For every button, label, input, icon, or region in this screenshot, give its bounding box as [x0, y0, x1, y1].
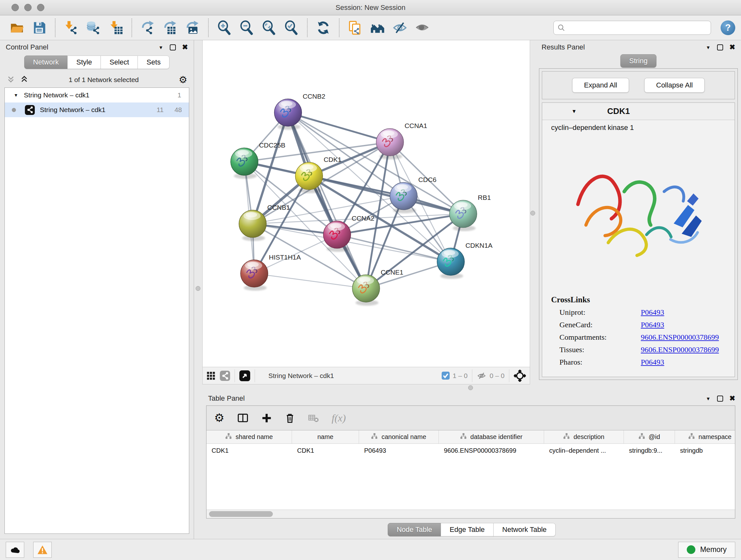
warning-icon[interactable] — [33, 542, 52, 558]
column-header-shared-name[interactable]: shared name — [206, 430, 292, 443]
column-header-name[interactable]: name — [292, 430, 359, 443]
refresh-layout-icon[interactable] — [314, 19, 332, 37]
table-options-gear-icon[interactable]: ⚙ — [214, 412, 224, 424]
hide-selected-eye-slash-icon[interactable] — [391, 19, 409, 37]
network-node-HIST1H1A[interactable]: HIST1H1A — [241, 253, 301, 291]
network-canvas[interactable]: CCNB2 CCNA1 CDC25B CDK1 CDC6 — [203, 40, 530, 367]
right-splitter[interactable] — [530, 40, 536, 384]
network-row[interactable]: String Network – cdk1 1148 — [5, 103, 189, 117]
tab-string[interactable]: String — [620, 54, 657, 68]
network-share-icon[interactable] — [220, 371, 230, 381]
node-label: RB1 — [478, 194, 491, 201]
hierarchy-icon — [225, 433, 232, 441]
double-house-icon[interactable] — [368, 19, 387, 37]
table-minimize-icon[interactable]: ▼ — [706, 396, 711, 401]
zoom-fit-icon[interactable] — [260, 19, 278, 37]
network-node-CDKN1A[interactable]: CDKN1A — [437, 242, 493, 279]
tab-node-table[interactable]: Node Table — [388, 523, 441, 537]
column-header-description[interactable]: description — [544, 430, 624, 443]
tab-sets[interactable]: Sets — [138, 56, 170, 69]
import-table-file-icon[interactable] — [107, 19, 125, 37]
column-header-canonical-name[interactable]: canonical name — [359, 430, 439, 443]
column-header--id[interactable]: @id — [624, 430, 675, 443]
network-edge[interactable] — [254, 273, 366, 289]
crosslink-link[interactable]: 9606.ENSP00000378699 — [641, 333, 719, 341]
delete-column-trash-icon[interactable] — [285, 413, 295, 423]
table-float-icon[interactable] — [717, 395, 723, 401]
left-splitter[interactable] — [194, 40, 202, 539]
hierarchy-icon — [638, 433, 645, 441]
export-table-icon[interactable] — [161, 19, 179, 37]
left-splitter-handle[interactable] — [196, 286, 200, 291]
search-box[interactable] — [553, 21, 711, 35]
panel-close-icon[interactable]: ✖ — [182, 44, 188, 51]
crosshair-icon[interactable] — [514, 370, 526, 382]
column-header-database-identifier[interactable]: database identifier — [439, 430, 544, 443]
table-horizontal-scrollbar[interactable] — [206, 509, 735, 518]
tab-style[interactable]: Style — [67, 56, 101, 69]
show-all-eye-icon[interactable] — [413, 19, 431, 37]
hidden-items-indicator[interactable]: 0 – 0 — [477, 371, 504, 381]
network-edge[interactable] — [288, 113, 366, 289]
table-close-icon[interactable]: ✖ — [730, 395, 735, 402]
results-float-icon[interactable] — [717, 44, 723, 51]
zoom-out-icon[interactable] — [238, 19, 256, 37]
export-image-icon[interactable] — [184, 19, 201, 37]
help-icon[interactable]: ? — [721, 20, 735, 35]
zoom-in-icon[interactable] — [215, 19, 233, 37]
panel-minimize-icon[interactable]: ▼ — [158, 45, 163, 50]
panel-float-icon[interactable] — [170, 44, 176, 51]
collapse-all-networks-icon[interactable] — [6, 75, 15, 85]
tab-network[interactable]: Network — [24, 56, 68, 69]
save-session-icon[interactable] — [30, 19, 48, 37]
import-network-file-icon[interactable] — [62, 19, 80, 37]
crosslink-link[interactable]: P06493 — [641, 308, 664, 317]
tab-network-table[interactable]: Network Table — [493, 523, 556, 537]
zoom-selected-icon[interactable] — [282, 19, 300, 37]
toolbar-separator — [55, 18, 56, 37]
results-close-icon[interactable]: ✖ — [730, 44, 735, 51]
toolbar-separator — [208, 18, 209, 37]
import-network-database-icon[interactable] — [84, 19, 103, 37]
grid-view-icon[interactable] — [206, 371, 215, 380]
birdseye-view-icon[interactable] — [239, 370, 250, 381]
expand-all-button[interactable]: Expand All — [572, 78, 629, 92]
memory-button[interactable]: Memory — [678, 542, 735, 558]
scrollbar-thumb[interactable] — [209, 511, 273, 517]
horizontal-splitter-handle[interactable] — [468, 385, 473, 390]
network-edge[interactable] — [288, 113, 390, 142]
node-label: CDK1 — [324, 156, 341, 163]
hidden-count: 0 – 0 — [489, 372, 504, 380]
expand-all-networks-icon[interactable] — [20, 75, 29, 85]
network-node-CCNB2[interactable]: CCNB2 — [274, 92, 326, 130]
results-minimize-icon[interactable]: ▼ — [706, 45, 711, 50]
search-input[interactable] — [568, 24, 707, 31]
network-edge[interactable] — [309, 176, 463, 214]
selected-items-checkbox[interactable]: 1 – 0 — [442, 372, 468, 380]
table-cell: stringdb — [675, 444, 735, 457]
collapse-collection-icon[interactable]: ▼ — [14, 92, 18, 98]
crosslink-link[interactable]: 9606.ENSP00000378699 — [641, 346, 719, 354]
toolbar-separator — [339, 18, 340, 37]
network-options-gear-icon[interactable]: ⚙ — [179, 75, 187, 84]
crosslink-link[interactable]: P06493 — [641, 320, 664, 329]
node-label: CCNE1 — [381, 268, 403, 276]
tab-edge-table[interactable]: Edge Table — [441, 523, 494, 537]
collapse-all-button[interactable]: Collapse All — [644, 78, 704, 92]
network-collection-row[interactable]: ▼ String Network – cdk1 1 — [5, 88, 189, 103]
horizontal-splitter[interactable] — [202, 384, 741, 391]
new-network-from-selection-icon[interactable] — [346, 19, 364, 37]
collapse-gene-icon[interactable]: ▼ — [571, 109, 577, 114]
create-column-icon[interactable] — [261, 413, 272, 423]
show-column-icon[interactable] — [237, 412, 249, 424]
open-session-icon[interactable] — [8, 19, 26, 37]
right-splitter-handle[interactable] — [530, 211, 535, 215]
export-network-icon[interactable] — [139, 19, 157, 37]
crosslink-link[interactable]: P06493 — [641, 358, 664, 367]
table-row[interactable]: CDK1CDK1P064939606.ENSP00000378699cyclin… — [206, 444, 735, 457]
tab-select[interactable]: Select — [100, 56, 138, 69]
node-label: CDKN1A — [465, 242, 492, 249]
cloud-icon[interactable] — [6, 542, 24, 558]
column-header-namespace[interactable]: namespace — [675, 430, 735, 443]
network-node-RB1[interactable]: RB1 — [449, 194, 491, 231]
